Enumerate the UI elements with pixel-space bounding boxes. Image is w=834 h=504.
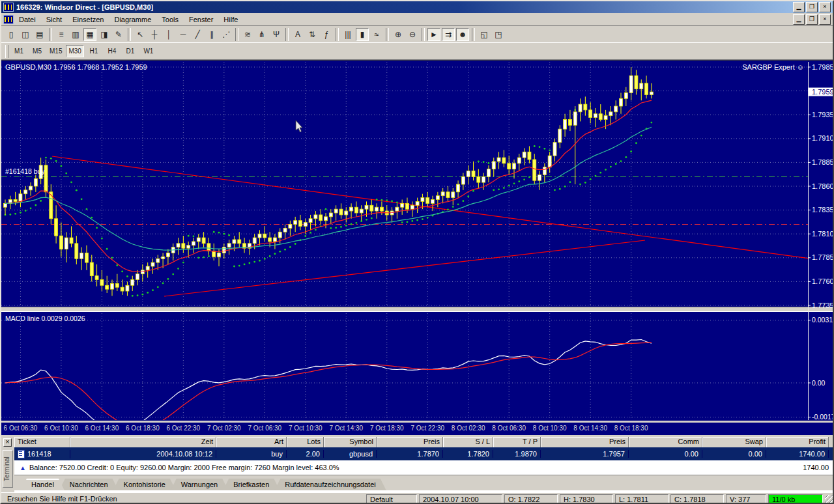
arrow-symbols-icon[interactable]: ⇅: [306, 28, 319, 41]
timeframe-h1[interactable]: H1: [85, 45, 102, 57]
current-price-marker: 1.7959: [812, 88, 834, 96]
expert-advisors-icon[interactable]: ☻: [456, 28, 469, 41]
price-tick: 1.7835: [812, 206, 834, 214]
zoom-in-icon[interactable]: ⊕: [392, 28, 405, 41]
price-tick: 1.7810: [812, 230, 834, 238]
order-cell: 1.9870: [493, 450, 541, 458]
tab-briefkasten[interactable]: Briefkasten: [223, 479, 280, 490]
resize-grip[interactable]: [825, 495, 834, 504]
column-header-lots[interactable]: Lots: [287, 437, 324, 447]
menu-diagramme[interactable]: Diagramme: [109, 14, 156, 25]
menu-tools[interactable]: Tools: [156, 14, 184, 25]
toolbar-separator: [128, 28, 131, 41]
order-cell: 1740.00: [766, 450, 829, 458]
parallel-channel-icon[interactable]: ∥: [205, 28, 218, 41]
close-button[interactable]: ×: [819, 2, 831, 12]
order-ticket: 161418: [27, 450, 51, 458]
timeframe-m5[interactable]: M5: [29, 45, 46, 57]
tab-rufdatenaufzeichnungsdatei[interactable]: Rufdatenaufzeichnungsdatei: [274, 479, 386, 490]
horizontal-line-icon[interactable]: ─: [177, 28, 190, 41]
balance-text: Balance: 7520.00 Credit: 0 Equity: 9260.…: [29, 464, 339, 471]
terminal-panel-title[interactable]: Terminal: [3, 450, 13, 488]
menu-einsetzen[interactable]: Einsetzen: [67, 14, 109, 25]
auto-scroll-icon[interactable]: ►: [427, 28, 440, 41]
order-row[interactable]: 1614182004.10.08 10:12buy2.00gbpusd1.787…: [14, 447, 834, 460]
line-chart-icon[interactable]: ≈: [370, 28, 383, 41]
indicators-icon[interactable]: ƒ: [320, 28, 333, 41]
fibo-retracement-icon[interactable]: ≋: [241, 28, 254, 41]
price-tick: 1.7860: [812, 182, 834, 190]
zoom-out-icon[interactable]: ⊖: [406, 28, 419, 41]
menu-fenster[interactable]: Fenster: [184, 14, 218, 25]
trendline-icon[interactable]: ╱: [191, 28, 204, 41]
column-header-tp[interactable]: T / P: [493, 437, 541, 447]
candlestick-chart-icon[interactable]: ▮: [356, 28, 369, 41]
balance-row: ▲ Balance: 7520.00 Credit: 0 Equity: 926…: [14, 460, 834, 475]
status-close: C: 1.7818: [670, 494, 724, 504]
column-header-profit[interactable]: Profit: [766, 437, 829, 447]
column-header-art[interactable]: Art: [216, 437, 287, 447]
cursor-icon[interactable]: ↖: [134, 28, 147, 41]
column-header-symbol[interactable]: Symbol: [324, 437, 377, 447]
timeframe-d1[interactable]: D1: [122, 45, 139, 57]
timeframe-m15[interactable]: M15: [47, 45, 65, 57]
column-header-ticket[interactable]: Ticket: [14, 437, 70, 447]
new-chart-icon[interactable]: ▯: [5, 28, 18, 41]
new-order-icon[interactable]: ✎: [112, 28, 125, 41]
cycle-lines-icon[interactable]: Ψ: [270, 28, 283, 41]
window-tile-icon[interactable]: ◱: [478, 28, 491, 41]
vertical-line-icon[interactable]: │: [162, 28, 175, 41]
price-tick: 1.7935: [812, 111, 834, 119]
column-header-preis[interactable]: Preis: [377, 437, 443, 447]
print-icon[interactable]: ▤: [33, 28, 46, 41]
timeframe-m1[interactable]: M1: [10, 45, 27, 57]
tab-kontohistorie[interactable]: Kontohistorie: [113, 479, 176, 490]
minimize-button[interactable]: ▁: [793, 2, 805, 12]
status-open: O: 1.7822: [504, 494, 558, 504]
child-restore-button[interactable]: ❐: [806, 14, 818, 25]
timeframe-h4[interactable]: H4: [104, 45, 121, 57]
market-watch-icon[interactable]: ≡: [55, 28, 68, 41]
tab-warnungen[interactable]: Warnungen: [171, 479, 228, 490]
balance-arrow-icon: ▲: [20, 464, 26, 471]
menu-sicht[interactable]: Sicht: [41, 14, 67, 25]
maximize-button[interactable]: ❐: [806, 2, 818, 12]
toolbar-separator: [235, 28, 238, 41]
date-label: 6 Oct 14:30: [85, 425, 119, 432]
menu-hilfe[interactable]: Hilfe: [218, 14, 243, 25]
column-header-sl[interactable]: S / L: [443, 437, 493, 447]
price-chart[interactable]: 1.79851.79601.79351.79101.78851.78601.78…: [1, 61, 834, 436]
child-close-button[interactable]: ×: [819, 14, 831, 25]
bars-chart-icon[interactable]: |||: [341, 28, 354, 41]
chart-profile-icon[interactable]: ◨: [98, 28, 111, 41]
child-minimize-button[interactable]: ▁: [793, 14, 805, 25]
menu-bar: DateiSichtEinsetzenDiagrammeToolsFenster…: [1, 13, 833, 26]
tab-nachrichten[interactable]: Nachrichten: [59, 479, 119, 490]
column-header-comm[interactable]: Comm: [629, 437, 702, 447]
chart-window-icon: [3, 15, 14, 24]
menu-items: DateiSichtEinsetzenDiagrammeToolsFenster…: [14, 14, 243, 25]
child-window-controls: ▁ ❐ ×: [793, 14, 831, 25]
save-icon[interactable]: ◫: [19, 28, 32, 41]
window-cascade-icon[interactable]: ◳: [492, 28, 505, 41]
column-header-zeit[interactable]: Zeit: [70, 437, 216, 447]
column-header-preis[interactable]: Preis: [541, 437, 629, 447]
column-header-swap[interactable]: Swap: [702, 437, 766, 447]
timeframe-m30[interactable]: M30: [66, 45, 83, 57]
fibo-fan-icon[interactable]: ⋰: [220, 28, 233, 41]
chart-area[interactable]: 1.79851.79601.79351.79101.78851.78601.78…: [1, 60, 834, 435]
andrews-pitchfork-icon[interactable]: ⋔: [255, 28, 268, 41]
text-label-icon[interactable]: A: [291, 28, 304, 41]
chart-shift-icon[interactable]: ⇉: [442, 28, 455, 41]
timeframe-w1[interactable]: W1: [140, 45, 157, 57]
date-label: 8 Oct 06:30: [492, 425, 526, 432]
crosshair-icon[interactable]: ┼: [148, 28, 161, 41]
price-tick: 1.7785: [812, 253, 834, 261]
macd-tick: -0.0017: [812, 413, 834, 421]
terminal-close-icon[interactable]: ×: [3, 438, 12, 447]
menu-datei[interactable]: Datei: [14, 14, 41, 25]
date-label: 7 Oct 22:30: [410, 425, 444, 432]
tab-handel[interactable]: Handel: [21, 479, 65, 490]
data-folder-icon[interactable]: ▥: [69, 28, 82, 41]
terminal-panel-icon[interactable]: ▦: [83, 28, 96, 41]
